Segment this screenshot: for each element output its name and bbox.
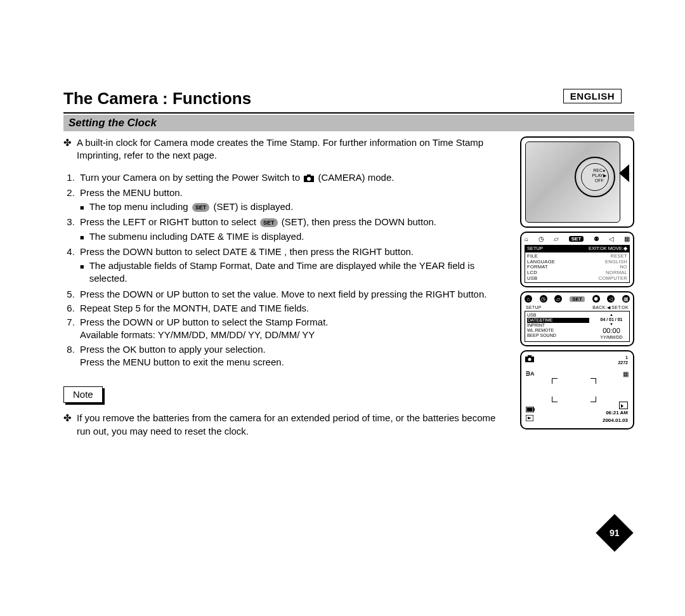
step-3: Press the LEFT or RIGHT button to select… — [77, 216, 509, 243]
square-bullet-icon: ■ — [80, 203, 84, 216]
speaker-icon: ◁ — [607, 295, 615, 303]
memory-card-icon — [526, 415, 533, 423]
step-7-text-b: Available formats: YY/MM/DD, MM/DD/ YY, … — [80, 329, 315, 340]
timestamp-date: 2004.01.03 — [603, 417, 628, 423]
menu-row-usb: USBCOMPUTER — [527, 276, 627, 282]
square-bullet-icon: ■ — [80, 262, 84, 288]
step-2-sub: ■ The top menu including SET (SET) is di… — [80, 200, 509, 213]
timestamp-time: 06:21 AM — [606, 410, 628, 416]
screen1-body: FILERESET LANGUAGEENGLISH FORMATNO LCDNO… — [525, 252, 630, 283]
screen2-left-list: USB DATE&TIME INPRINT WL.REMOTE BEEP SOU… — [525, 311, 591, 341]
step-8: Press the OK button to apply your select… — [77, 343, 509, 369]
square-bullet-icon: ■ — [80, 233, 84, 246]
screen2-right-values: ▲ 04 / 01 / 01 ▼ 00:00 YY/MM/DD — [594, 311, 629, 341]
intro-text: A built-in clock for Camera mode creates… — [77, 136, 509, 162]
set-pill-icon: SET — [192, 203, 210, 212]
svg-marker-10 — [528, 417, 532, 419]
language-tag: ENGLISH — [563, 89, 622, 103]
grid-icon: ▦ — [624, 235, 630, 243]
speaker-icon: ◁ — [609, 235, 614, 243]
svg-rect-1 — [307, 174, 311, 176]
step-7: Press the DOWN or UP button to select th… — [77, 316, 509, 342]
menu-item-usb: USB — [527, 313, 589, 318]
step-2-text: Press the MENU button. — [80, 187, 183, 198]
remaining-shots: 1 2272 — [618, 355, 628, 365]
screen1-header-right: EXIT:OK MOVE:◆ — [589, 246, 627, 252]
step-3-text-b: (SET), then press the DOWN button. — [282, 216, 436, 227]
step-2-sub-text: The top menu including SET (SET) is disp… — [89, 200, 294, 213]
step-4: Press the DOWN button to select DATE & T… — [77, 246, 509, 285]
set-pill-icon: SET — [260, 218, 278, 227]
svg-point-2 — [307, 177, 311, 181]
instructions-column: ✤ A built-in clock for Camera mode creat… — [63, 136, 509, 440]
section-heading: Setting the Clock — [63, 115, 634, 131]
screen2-header-left: SETUP — [526, 305, 542, 310]
steps-list: Turn your Camera on by setting the Power… — [63, 171, 509, 369]
camera-icon: ⌂ — [525, 295, 532, 303]
step-1: Turn your Camera on by setting the Power… — [77, 171, 509, 185]
battery-icon — [526, 407, 535, 414]
timer-icon: ◷ — [538, 235, 544, 243]
page-title: The Camera : Functions — [63, 89, 634, 108]
quality-grid-icon: ▦ — [623, 370, 628, 378]
dial-labels: REC● PLAY▶ OFF — [592, 168, 606, 183]
menu-item-wlremote: WL.REMOTE — [527, 328, 589, 333]
screen1-icon-row: ⌂ ◷ ▱ SET ⚉ ◁ ▦ — [525, 235, 630, 243]
maltese-cross-icon: ✤ — [63, 412, 72, 438]
camera-icon: ⌂ — [525, 235, 528, 243]
camera-mode-icon — [525, 355, 534, 364]
menu-item-inprint: INPRINT — [527, 323, 589, 328]
card-icon: ▱ — [554, 235, 559, 243]
menu-item-datetime-selected: DATE&TIME — [527, 318, 589, 323]
date-field: 04 / 01 / 01 — [595, 317, 628, 322]
screen2-icon-row: ⌂ ◷ ▱ SET ⚉ ◁ ▦ — [525, 295, 630, 303]
lcd-screen-live-view: 1 2272 ᗲA ▦ 06:21 AM 2004.01.03 — [520, 350, 634, 429]
card-icon: ▱ — [554, 295, 562, 303]
screen2-body: USB DATE&TIME INPRINT WL.REMOTE BEEP SOU… — [525, 311, 630, 342]
intro-bullet: ✤ A built-in clock for Camera mode creat… — [63, 136, 509, 162]
content-row: ✤ A built-in clock for Camera mode creat… — [63, 136, 634, 440]
timer-icon: ◷ — [540, 295, 547, 303]
lcd-screen-setup-menu: ⌂ ◷ ▱ SET ⚉ ◁ ▦ SETUP EXIT:OK MOVE:◆ FIL… — [520, 232, 634, 287]
step-7-text-a: Press the DOWN or UP button to select th… — [80, 317, 329, 327]
screen2-header-right: BACK:◀ SET:OK — [592, 305, 629, 310]
step-4-text: Press the DOWN button to select DATE & T… — [80, 246, 414, 257]
step-8-text-b: Press the MENU button to exit the menu s… — [80, 357, 284, 367]
format-field: YY/MM/DD — [595, 335, 628, 340]
callout-arrow-icon — [619, 164, 629, 182]
step-6: Repeat Step 5 for the MONTH, DATE and TI… — [77, 302, 509, 315]
title-rule — [63, 112, 634, 114]
svg-rect-4 — [528, 355, 532, 357]
focus-brackets-icon — [552, 378, 596, 402]
step-3-text-a: Press the LEFT or RIGHT button to select — [80, 216, 259, 227]
step-4-sub-text: The adjustable fields of Stamp Format, D… — [89, 259, 509, 285]
step-4-sub: ■ The adjustable fields of Stamp Format,… — [80, 259, 509, 285]
svg-rect-7 — [533, 409, 535, 411]
page-number: 91 — [610, 528, 620, 538]
step-3-sub: ■ The submenu including DATE & TIME is d… — [80, 230, 509, 243]
note-label-box: Note — [63, 386, 103, 403]
set-tab-icon: SET — [569, 236, 584, 242]
step-2: Press the MENU button. ■ The top menu in… — [77, 187, 509, 214]
step-3-sub-text: The submenu including DATE & TIME is dis… — [89, 230, 304, 243]
camera-icon — [304, 173, 314, 185]
svg-rect-8 — [527, 408, 533, 412]
people-icon: ⚉ — [594, 235, 599, 243]
lcd-screen-date-time: ⌂ ◷ ▱ SET ⚉ ◁ ▦ SETUP BACK:◀ SET:OK USB … — [520, 291, 634, 346]
people-icon: ⚉ — [592, 295, 600, 303]
up-down-arrows-icon: ▲ — [595, 313, 628, 317]
maltese-cross-icon: ✤ — [63, 136, 72, 162]
illustration-column: REC● PLAY▶ OFF ⌂ ◷ ▱ SET ⚉ ◁ ▦ SETUP EXI… — [520, 136, 634, 440]
menu-item-beep: BEEP SOUND — [527, 333, 589, 338]
step-5: Press the DOWN or UP button to set the v… — [77, 288, 509, 301]
playback-thumb-icon — [619, 402, 628, 409]
grid-icon: ▦ — [622, 295, 630, 303]
time-field: 00:00 — [595, 327, 628, 335]
flash-auto-icon: ᗲA — [526, 370, 535, 377]
note-text: If you remove the batteries from the cam… — [77, 412, 509, 438]
camera-illustration: REC● PLAY▶ OFF — [520, 136, 634, 228]
screen2-header: SETUP BACK:◀ SET:OK — [525, 305, 630, 311]
step-8-text-a: Press the OK button to apply your select… — [80, 344, 266, 355]
set-tab-icon: SET — [570, 296, 585, 302]
page-number-badge: 91 — [596, 514, 633, 551]
